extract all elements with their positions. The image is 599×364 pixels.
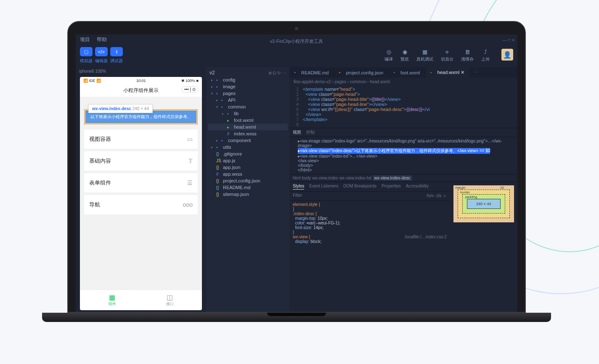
styles-tab[interactable]: Styles [293, 184, 304, 190]
tree-node[interactable]: {}project.config.json [208, 177, 288, 184]
styles-tab[interactable]: Properties [382, 184, 401, 190]
phone-statusbar: 📶 IDE 📶10:01✱ 100% ■ [80, 77, 202, 84]
dom-tree[interactable]: ▸<wx-image class="index-logo" src="../re… [289, 137, 517, 174]
tree-node[interactable]: ▾▪pages [208, 90, 288, 97]
tree-node[interactable]: JSapp.js [208, 157, 288, 164]
tree-node[interactable]: ▸▪config [208, 76, 288, 83]
dom-breadcrumb[interactable]: html body wx-view.index wx-view.index-hd… [289, 174, 517, 182]
editor-panel: ▪README.md▪project.config.json▪foot.wxml… [289, 67, 517, 312]
tree-node[interactable]: {}README.md [208, 184, 288, 191]
tree-node[interactable]: #app.wxss [208, 171, 288, 177]
crumb-item[interactable]: wx-view.index [312, 176, 338, 180]
tree-node[interactable]: ▸▪API [208, 97, 288, 103]
window-controls[interactable]: — □ ✕ [502, 38, 515, 42]
devtab-elements[interactable]: 视图 [293, 129, 301, 135]
phone-preview[interactable]: 📶 IDE 📶10:01✱ 100% ■ 小程序组件展示 ••• | ⊙ wx-… [80, 77, 202, 310]
tree-node[interactable]: {}.gitignore [208, 150, 288, 157]
list-item[interactable]: 基础内容𝕋 [84, 151, 198, 171]
tree-node[interactable]: ▸▪image [208, 83, 288, 90]
tab-components[interactable]: ▦组件 [83, 293, 141, 307]
styles-tab[interactable]: DOM Breakpoints [343, 184, 376, 190]
simulator-panel: iphone6 100% 📶 IDE 📶10:01✱ 100% ■ 小程序组件展… [76, 67, 206, 312]
editor-tab[interactable]: ▪README.md [289, 67, 334, 78]
styles-filter[interactable]: Filter [293, 193, 302, 199]
background-button[interactable]: ⎆切后台 [441, 49, 453, 62]
sim-button[interactable]: ▢ [80, 47, 93, 56]
list-item[interactable]: 导航ooo [84, 195, 198, 214]
crumb-item[interactable]: wx-view.index-desc [373, 175, 412, 181]
toolbar: ▢模拟器 </>编辑器 ⫴调试器 ◎编译 ◉预览 ▦真机调试 ⎆切后台 🗑清缓存… [76, 45, 517, 67]
tabs-overflow[interactable]: ⋯ [470, 67, 481, 78]
camera-dot [295, 27, 298, 30]
styles-tab[interactable]: Accessibility [406, 184, 429, 190]
file-explorer: v2 ⊕ ⊡ ↻ ⋯ ▸▪config▸▪image▾▪pages▸▪API▾▪… [206, 67, 289, 312]
tree-node[interactable]: ▾▪common [208, 103, 288, 110]
debugger-button[interactable]: ⫴ [110, 47, 123, 56]
tree-node[interactable]: ▸▪lib [208, 110, 288, 117]
editor-tab[interactable]: ▪foot.wxml [389, 67, 425, 78]
devtab-console[interactable]: 控制 [306, 129, 315, 135]
project-root[interactable]: v2 [209, 70, 215, 76]
tree-node[interactable]: {}app.json [208, 164, 288, 171]
device-label: iphone6 100% [76, 67, 206, 75]
editor-tab[interactable]: ▪project.config.json [334, 67, 389, 78]
explorer-actions[interactable]: ⊕ ⊡ ↻ ⋯ [268, 71, 286, 75]
crumb-item[interactable]: body [302, 176, 311, 180]
tree-node[interactable]: ▸head.wxml [208, 124, 288, 130]
tree-node[interactable]: #index.wxss [208, 130, 288, 137]
preview-button[interactable]: ◉预览 [400, 49, 409, 62]
tree-node[interactable]: {}sitemap.json [208, 191, 288, 198]
page-title: 小程序组件展示 ••• | ⊙ [80, 84, 202, 97]
breadcrumb[interactable]: fino-applet-demo-v2 › pages › common › h… [289, 78, 517, 86]
tree-node[interactable]: ▸foot.wxml [208, 117, 288, 124]
editor-tab[interactable]: ▪head.wxml ✕ [426, 67, 470, 78]
ide-window: 项目 帮助 v2-FinClip小程序开发工具 — □ ✕ ▢模拟器 </>编辑… [76, 34, 517, 312]
avatar[interactable]: 👤 [501, 49, 513, 61]
window-title: v2-FinClip小程序开发工具 [76, 38, 517, 45]
editor-tabs: ▪README.md▪project.config.json▪foot.wxml… [289, 67, 517, 78]
remote-debug-button[interactable]: ▦真机调试 [416, 49, 433, 62]
devtools: 视图 控制 ▸<wx-image class="index-logo" src=… [289, 128, 517, 312]
list-item[interactable]: 视图容器▭ [84, 129, 198, 149]
crumb-item[interactable]: html [293, 176, 301, 180]
capsule-button[interactable]: ••• | ⊙ [181, 86, 199, 92]
crumb-item[interactable]: wx-view.index-hd [339, 176, 371, 180]
code-editor[interactable]: 1<template name="head">2 <view class="pa… [289, 86, 517, 128]
laptop-frame: 项目 帮助 v2-FinClip小程序开发工具 — □ ✕ ▢模拟器 </>编辑… [67, 21, 526, 322]
list-item[interactable]: 表单组件☰ [84, 173, 198, 193]
styles-rules[interactable]: element.style {}.index-desc {</span> mar… [289, 200, 450, 245]
inspector-tooltip: wx-view.index-desc 240 × 44 [88, 104, 153, 113]
clear-cache-button[interactable]: 🗑清缓存 [461, 49, 474, 62]
compile-button[interactable]: ◎编译 [384, 49, 393, 62]
tree-node[interactable]: ▸▪component [208, 137, 288, 144]
box-model: margin10 border padding 240 × 44 [450, 182, 517, 312]
upload-button[interactable]: ⤴上传 [481, 49, 490, 62]
editor-button[interactable]: </> [95, 47, 108, 56]
styles-toggles[interactable]: :hov .cls ＋ [426, 193, 447, 199]
styles-tab[interactable]: Event Listeners [309, 184, 338, 190]
tab-api[interactable]: ◫接口 [141, 293, 199, 307]
tree-node[interactable]: ▸▪utils [208, 144, 288, 150]
